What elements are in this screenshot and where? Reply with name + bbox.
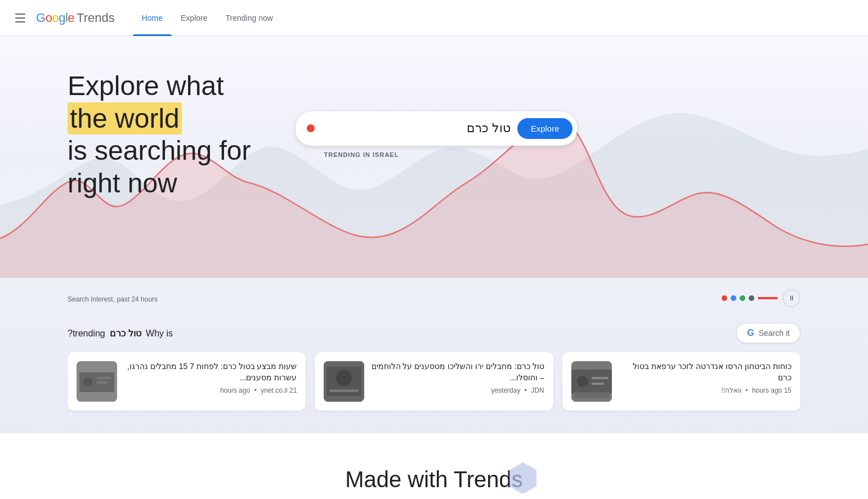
chart-controls: ⏸ bbox=[722, 289, 800, 307]
search-box: טול כרם Explore bbox=[296, 111, 577, 146]
pause-button[interactable]: ⏸ bbox=[782, 289, 800, 307]
hero-title-highlight: the world bbox=[68, 102, 182, 134]
search-dot-icon bbox=[307, 124, 315, 132]
explore-button[interactable]: Explore bbox=[517, 118, 573, 139]
nav-explore[interactable]: Explore bbox=[172, 0, 216, 36]
dot-nav-4[interactable] bbox=[749, 295, 754, 301]
svg-rect-4 bbox=[96, 381, 108, 384]
svg-point-7 bbox=[336, 370, 352, 386]
why-is-text: Why is bbox=[146, 329, 173, 338]
news-card-2-time: yesterday bbox=[491, 386, 520, 394]
news-card-1-meta: 21 hours ago • ynet.co.il bbox=[124, 386, 297, 394]
news-card-1-title: שעות מבצע בטול כרם: לפחות 7 15 מחבלים נה… bbox=[124, 361, 297, 383]
news-card-3-separator: • bbox=[745, 386, 748, 394]
news-card-1-image bbox=[77, 361, 117, 402]
search-it-label: Search it bbox=[759, 329, 790, 338]
hero-title-part1: Explore what bbox=[68, 71, 223, 101]
hero-title-part3: right now bbox=[68, 168, 177, 198]
news-card-1-content: שעות מבצע בטול כרם: לפחות 7 15 מחבלים נה… bbox=[124, 361, 297, 394]
pause-icon: ⏸ bbox=[788, 294, 795, 302]
dot-nav-bar[interactable] bbox=[758, 297, 778, 299]
news-card-3-image bbox=[571, 361, 612, 402]
trending-in-label: TRENDING IN ISRAEL bbox=[296, 151, 399, 158]
trending-title: Why is טול כרם trending? bbox=[68, 328, 173, 339]
news-card-3-content: כוחות הביטחון הרסו אנדרטה לזכר ערפאת בטו… bbox=[619, 361, 791, 394]
svg-point-2 bbox=[83, 377, 92, 386]
svg-marker-15 bbox=[509, 462, 536, 494]
chart-label: Search interest, past 24 hours bbox=[68, 295, 158, 303]
made-with-part1: Made with bbox=[345, 467, 448, 492]
news-card-2-meta: yesterday • JDN bbox=[371, 386, 544, 394]
news-cards: שעות מבצע בטול כרם: לפחות 7 15 מחבלים נה… bbox=[68, 352, 800, 411]
news-card-2-content: טול כרם: מחבלים ירו והשליכו מטסענים על ה… bbox=[371, 361, 544, 394]
hero-title-part2: is searching for bbox=[68, 136, 250, 165]
header: Google Trends Home Explore Trending now bbox=[0, 0, 868, 36]
news-card-3-source: וואלה!! bbox=[721, 386, 741, 394]
news-card-1-separator: • bbox=[254, 386, 257, 394]
hero-text: Explore what the world is searching for … bbox=[68, 70, 250, 199]
news-card-2-separator: • bbox=[525, 386, 527, 394]
main-nav: Home Explore Trending now bbox=[133, 0, 282, 36]
svg-point-12 bbox=[577, 376, 588, 387]
trending-term: טול כרם bbox=[110, 329, 141, 338]
logo-trends-text: Trends bbox=[77, 11, 115, 25]
news-card-2[interactable]: טול כרם: מחבלים ירו והשליכו מטסענים על ה… bbox=[315, 352, 553, 411]
dot-nav-1[interactable] bbox=[722, 295, 727, 301]
dot-nav-3[interactable] bbox=[740, 295, 745, 301]
svg-rect-3 bbox=[96, 377, 112, 379]
hero-content: Explore what the world is searching for … bbox=[0, 36, 868, 222]
trending-section: Search interest, past 24 hours ⏸ Why is … bbox=[0, 278, 868, 433]
hero-search-area: טול כרם Explore TRENDING IN ISRAEL bbox=[296, 111, 800, 158]
search-term-text: טול כרם bbox=[321, 121, 510, 136]
trending-suffix-text: trending? bbox=[68, 329, 105, 338]
news-card-3[interactable]: כוחות הביטחון הרסו אנדרטה לזכר ערפאת בטו… bbox=[562, 352, 800, 411]
news-card-2-title: טול כרם: מחבלים ירו והשליכו מטסענים על ה… bbox=[371, 361, 544, 383]
menu-icon[interactable] bbox=[9, 7, 32, 29]
news-card-1-source: ynet.co.il bbox=[261, 386, 287, 394]
nav-trending[interactable]: Trending now bbox=[217, 0, 282, 36]
made-with-title: Made with Trends bbox=[345, 467, 523, 492]
svg-rect-13 bbox=[592, 377, 609, 379]
google-g-icon: G bbox=[747, 328, 754, 338]
news-card-1[interactable]: שעות מבצע בטול כרם: לפחות 7 15 מחבלים נה… bbox=[68, 352, 306, 411]
hero-title: Explore what the world is searching for … bbox=[68, 70, 250, 199]
svg-rect-14 bbox=[592, 383, 604, 385]
dot-nav bbox=[722, 295, 778, 301]
logo[interactable]: Google Trends bbox=[36, 11, 115, 25]
svg-rect-8 bbox=[329, 389, 359, 392]
news-card-2-image bbox=[324, 361, 364, 402]
trending-header: Why is טול כרם trending? G Search it bbox=[68, 323, 800, 343]
nav-home[interactable]: Home bbox=[133, 0, 172, 36]
news-card-3-meta: 15 hours ago • וואלה!! bbox=[619, 386, 791, 394]
search-it-button[interactable]: G Search it bbox=[736, 323, 800, 343]
dot-nav-2[interactable] bbox=[731, 295, 736, 301]
hexagon-icon bbox=[506, 461, 540, 495]
news-card-3-time: 15 hours ago bbox=[752, 386, 791, 394]
hero-section: Explore what the world is searching for … bbox=[0, 36, 868, 278]
svg-rect-11 bbox=[574, 392, 609, 398]
news-card-3-title: כוחות הביטחון הרסו אנדרטה לזכר ערפאת בטו… bbox=[619, 361, 791, 383]
news-card-2-source: JDN bbox=[531, 386, 544, 394]
logo-google-text: Google bbox=[36, 11, 74, 25]
made-with-section: Made with Trends See how Google Trends i… bbox=[0, 433, 868, 499]
